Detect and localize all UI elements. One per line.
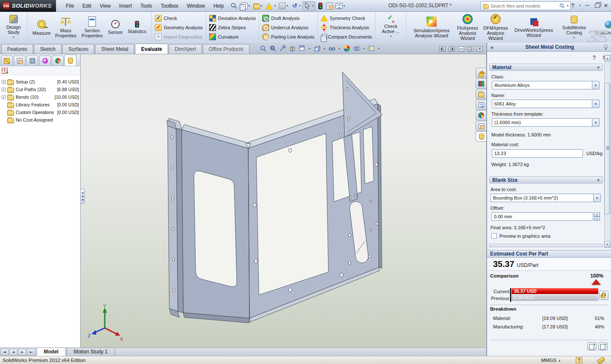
display-style-icon[interactable] — [314, 45, 321, 52]
search-box[interactable]: ▼ — [481, 1, 571, 10]
menu-search-icon[interactable] — [230, 2, 238, 9]
graphics-viewport[interactable]: Y X Z ◀◀◀ — [81, 54, 486, 347]
sensor-button[interactable]: Sensor — [105, 19, 126, 36]
collapse-section-icon[interactable] — [596, 66, 601, 68]
tab-dimxpert[interactable]: DimXpert — [169, 44, 202, 54]
dimxpert-manager-tab[interactable] — [39, 56, 51, 66]
menu-insert[interactable]: Insert — [115, 1, 136, 11]
status-help-icon[interactable]: ? — [576, 357, 582, 363]
save-report-button[interactable] — [598, 342, 608, 350]
view-orientation-icon[interactable] — [299, 45, 306, 52]
apply-scene-icon[interactable] — [353, 45, 360, 52]
print-button[interactable]: ▼ — [278, 1, 289, 11]
costing-manager-tab[interactable] — [64, 55, 76, 66]
thickness-analysis-button[interactable]: Thickness Analysis — [321, 23, 372, 32]
app-help-button[interactable]: ? — [569, 2, 576, 8]
search-dropdown-caret[interactable]: ▼ — [566, 5, 569, 7]
collapse-pane-icon[interactable]: « — [487, 44, 497, 50]
panel-splitter-handle[interactable]: ◀◀◀ — [81, 189, 85, 204]
symmetry-check-button[interactable]: Symmetry Check — [321, 14, 372, 22]
offset-spinner[interactable]: ▲▼ — [594, 212, 600, 221]
costing-update-icon[interactable] — [2, 68, 8, 74]
tab-sheet-metal[interactable]: Sheet Metal — [95, 44, 134, 54]
menu-window[interactable]: Window — [183, 1, 209, 11]
new-document-button[interactable]: ▼ — [240, 1, 252, 11]
file-properties-button[interactable] — [325, 1, 334, 11]
pin-icon[interactable] — [603, 44, 608, 50]
options-button[interactable]: ▼ — [335, 1, 346, 11]
tab-surfaces[interactable]: Surfaces — [62, 44, 94, 54]
close-button[interactable]: × — [603, 2, 609, 9]
area-to-cost-dropdown[interactable]: Bounding Box (3.16E+5 mm^2) — [490, 194, 601, 202]
doc-minimize-button[interactable]: — — [458, 46, 464, 52]
zebra-stripes-button[interactable]: Zebra Stripes — [209, 23, 256, 32]
scroll-up-icon[interactable]: ▲ — [605, 55, 610, 61]
appearances-tab[interactable] — [476, 110, 486, 120]
preview-checkbox[interactable] — [491, 233, 497, 239]
sheet-metal-model[interactable] — [81, 54, 486, 347]
configuration-manager-tab[interactable] — [26, 56, 38, 66]
material-section-header[interactable]: Material — [489, 64, 603, 71]
hide-show-items-icon[interactable] — [328, 45, 336, 52]
last-tab-icon[interactable]: ▶| — [27, 349, 35, 356]
menu-view[interactable]: View — [96, 1, 115, 11]
deviation-analysis-button[interactable]: Deviation Analysis — [209, 14, 256, 22]
units-selector[interactable]: MMGS ▲ — [541, 358, 561, 363]
check-active-button[interactable]: Check Active ... ▼ — [378, 15, 403, 40]
tab-features[interactable]: Features — [1, 44, 33, 54]
expand-icon[interactable] — [2, 80, 6, 84]
check-button[interactable]: Check — [155, 14, 203, 22]
search-icon[interactable] — [559, 3, 565, 9]
previous-tab-icon[interactable]: ◀ — [9, 349, 17, 356]
dfmxpress-button[interactable]: DFMXpress Analysis Wizard — [482, 13, 510, 42]
menu-file[interactable]: File — [62, 1, 78, 11]
home-tab[interactable] — [476, 68, 486, 78]
expand-icon[interactable] — [2, 95, 6, 99]
material-cost-input[interactable] — [492, 149, 583, 158]
geometry-analysis-button[interactable]: Geometry Analysis — [155, 23, 203, 32]
undercut-analysis-button[interactable]: Undercut Analysis — [262, 23, 314, 32]
tag-icon[interactable] — [597, 356, 605, 364]
costing-pane-tab[interactable] — [476, 131, 487, 142]
tree-item-cut-paths[interactable]: Cut Paths (32) [6.88 USD] — [0, 86, 80, 93]
first-tab-icon[interactable]: |◀ — [0, 349, 8, 356]
tab-office-products[interactable]: Office Products — [203, 44, 249, 54]
material-class-dropdown[interactable]: Aluminium Alloys — [492, 81, 600, 89]
expand-icon[interactable] — [2, 88, 6, 92]
edit-appearance-icon[interactable] — [343, 45, 350, 52]
statistics-button[interactable]: Statistics — [126, 20, 149, 35]
compare-documents-button[interactable]: Compare Documents — [321, 32, 372, 41]
open-button[interactable]: ▼ — [252, 1, 264, 11]
parting-line-analysis-button[interactable]: Parting Line Analysis — [262, 32, 314, 41]
menu-help[interactable]: Help — [210, 1, 228, 11]
menu-toolbox[interactable]: Toolbox — [157, 1, 182, 11]
xpress-products-button[interactable] — [316, 1, 325, 11]
design-library-tab[interactable] — [476, 78, 486, 89]
menu-tools[interactable]: Tools — [137, 1, 156, 11]
tree-item-no-cost-assigned[interactable]: No Cost Assigned — [0, 116, 80, 124]
pane-scrollbar[interactable]: ▲ ▼ — [604, 55, 611, 248]
magnifying-lens-icon[interactable] — [279, 45, 286, 52]
lock-comparison-button[interactable] — [599, 291, 608, 300]
minimize-button[interactable]: — — [584, 3, 591, 8]
featuremanager-tree-tab[interactable] — [1, 56, 13, 66]
view-palette-tab[interactable] — [476, 100, 486, 110]
thickness-dropdown[interactable]: (1.6000 mm) — [492, 118, 600, 127]
material-name-dropdown[interactable]: 6061 Alloy — [492, 100, 600, 108]
design-study-button[interactable]: Design Study ▼ — [3, 14, 24, 41]
measure-button[interactable]: Measure — [31, 18, 53, 36]
view-settings-icon[interactable] — [367, 45, 375, 52]
select-button[interactable]: ▼ — [303, 1, 315, 11]
scroll-down-icon[interactable]: ▼ — [605, 241, 610, 247]
motion-study-tab[interactable]: Motion Study 1 — [67, 347, 115, 356]
restore-button[interactable] — [595, 3, 600, 8]
doc-restore-button[interactable]: ❏ — [467, 46, 474, 52]
mass-properties-button[interactable]: Mass Properties — [53, 16, 79, 39]
tab-sketch[interactable]: Sketch — [34, 44, 62, 54]
dropdown-caret-icon[interactable] — [593, 194, 600, 202]
tab-evaluate[interactable]: Evaluate — [135, 44, 168, 54]
simulationxpress-button[interactable]: SimulationXpress Analysis Wizard — [409, 16, 454, 39]
search-input[interactable] — [490, 3, 558, 8]
tree-item-bends[interactable]: Bends (10) [10.00 USD] — [0, 93, 80, 101]
collapse-section-icon[interactable] — [596, 178, 601, 181]
